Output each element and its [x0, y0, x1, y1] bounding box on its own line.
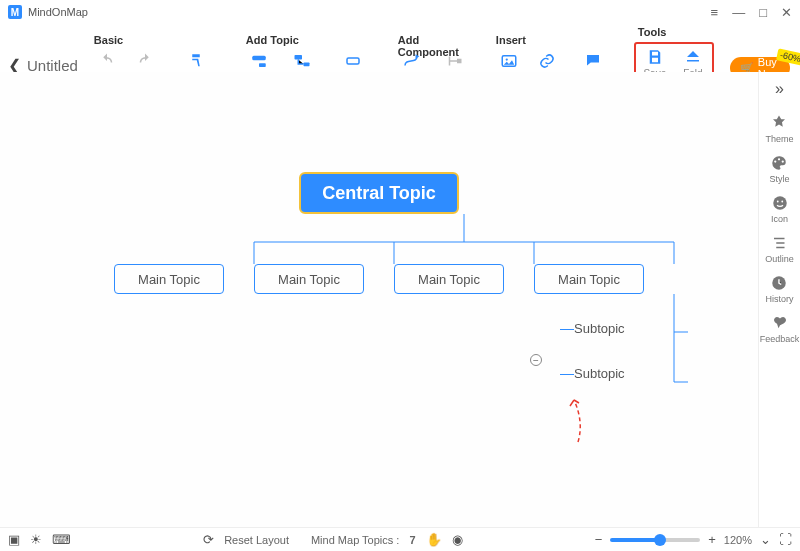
svg-rect-3 — [303, 63, 309, 67]
free-topic-icon — [344, 52, 362, 70]
main-topic-node[interactable]: Main Topic — [534, 264, 644, 294]
brightness-button[interactable]: ☀ — [30, 532, 42, 547]
maximize-button[interactable]: □ — [759, 5, 767, 20]
svg-rect-0 — [252, 56, 266, 61]
svg-point-9 — [778, 158, 780, 160]
main-topic-node[interactable]: Main Topic — [394, 264, 504, 294]
subtopic-node[interactable]: Subtopic — [574, 321, 644, 336]
theme-tab[interactable]: Theme — [765, 114, 793, 144]
zoom-dropdown[interactable]: ⌄ — [760, 532, 771, 547]
summary-icon — [445, 52, 463, 70]
group-add-component: Add Component — [394, 34, 476, 48]
link-icon — [538, 52, 556, 70]
collapse-panel-button[interactable]: » — [775, 80, 784, 98]
pan-button[interactable]: ✋ — [426, 532, 442, 547]
app-name: MindOnMap — [28, 6, 88, 18]
svg-point-7 — [505, 58, 507, 60]
redo-icon — [136, 52, 154, 70]
topics-count: 7 — [409, 534, 415, 546]
zoom-level: 120% — [724, 534, 752, 546]
svg-point-10 — [782, 160, 784, 162]
fullscreen-button[interactable]: ⛶ — [779, 532, 792, 547]
svg-rect-4 — [347, 58, 359, 64]
feedback-tab[interactable]: Feedback — [760, 314, 800, 344]
collapse-node-button[interactable]: − — [530, 354, 542, 366]
app-logo: M — [8, 5, 22, 19]
svg-point-11 — [773, 196, 787, 210]
svg-rect-2 — [294, 55, 302, 60]
canvas[interactable]: Central Topic Main Topic Main Topic Main… — [0, 72, 758, 527]
svg-rect-15 — [776, 242, 784, 244]
svg-rect-14 — [774, 238, 785, 240]
comments-icon — [584, 52, 602, 70]
main-topic-node[interactable]: Main Topic — [114, 264, 224, 294]
zoom-slider[interactable] — [610, 538, 700, 542]
svg-rect-5 — [457, 59, 462, 64]
subtopic-icon — [293, 52, 311, 70]
reset-layout-button[interactable]: Reset Layout — [224, 534, 289, 546]
close-button[interactable]: ✕ — [781, 5, 792, 20]
zoom-out-button[interactable]: − — [595, 532, 603, 547]
reset-layout-icon: ⟳ — [203, 532, 214, 547]
zoom-in-button[interactable]: + — [708, 532, 716, 547]
icon-tab[interactable]: Icon — [771, 194, 789, 224]
view-button[interactable]: ◉ — [452, 532, 463, 547]
presentation-mode-button[interactable]: ▣ — [8, 532, 20, 547]
group-tools: Tools — [634, 26, 714, 40]
svg-point-12 — [776, 201, 778, 203]
svg-rect-1 — [259, 63, 266, 67]
group-basic: Basic — [90, 34, 226, 48]
image-icon — [500, 52, 518, 70]
topics-label: Mind Map Topics : — [311, 534, 399, 546]
undo-icon — [98, 52, 116, 70]
keyboard-button[interactable]: ⌨ — [52, 532, 71, 547]
menu-button[interactable]: ≡ — [711, 5, 719, 20]
history-tab[interactable]: History — [765, 274, 793, 304]
central-topic-node[interactable]: Central Topic — [299, 172, 459, 214]
main-topic-node[interactable]: Main Topic — [254, 264, 364, 294]
topic-icon — [250, 52, 268, 70]
style-tab[interactable]: Style — [769, 154, 789, 184]
group-add-topic: Add Topic — [242, 34, 378, 48]
group-insert: Insert — [492, 34, 618, 48]
svg-rect-16 — [776, 247, 784, 249]
svg-point-8 — [775, 160, 777, 162]
save-icon — [646, 48, 664, 66]
outline-tab[interactable]: Outline — [765, 234, 794, 264]
format-painter-icon — [187, 52, 205, 70]
svg-point-13 — [781, 201, 783, 203]
fold-icon — [684, 48, 702, 66]
minimize-button[interactable]: — — [732, 5, 745, 20]
subtopic-node[interactable]: Subtopic — [574, 366, 644, 381]
line-icon — [402, 52, 420, 70]
